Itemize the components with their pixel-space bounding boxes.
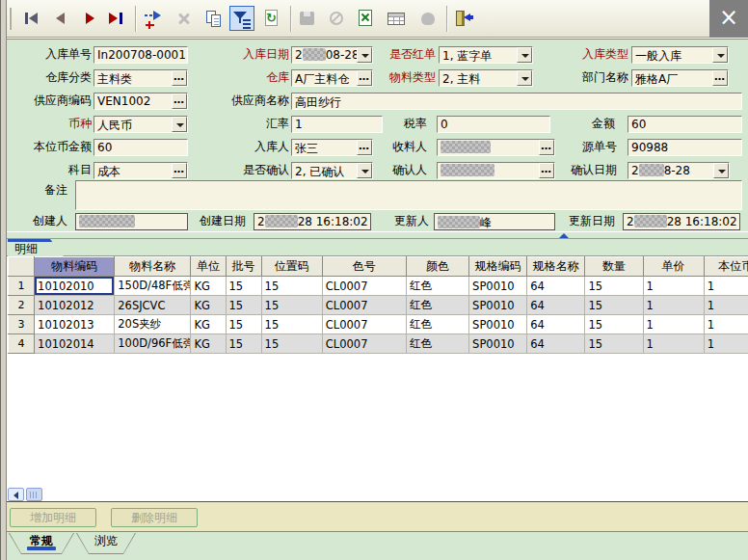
grid-col-header[interactable]: 颜色 bbox=[406, 257, 468, 277]
dropdown-button[interactable] bbox=[357, 47, 372, 63]
field-supplier-name[interactable]: 高田纱行 bbox=[291, 93, 742, 110]
grid-cell[interactable]: 15 bbox=[585, 277, 643, 296]
grid-cell[interactable]: SP0010 bbox=[469, 315, 527, 334]
field-receiver[interactable]: … bbox=[437, 139, 555, 156]
grid-cell[interactable]: 1 bbox=[704, 296, 748, 315]
field-creator[interactable] bbox=[75, 213, 188, 230]
stamp-button[interactable] bbox=[416, 7, 440, 30]
grid-cell[interactable]: 10102012 bbox=[35, 296, 115, 315]
grid-cell[interactable]: 15 bbox=[226, 277, 261, 296]
grid-cell[interactable]: CL0007 bbox=[322, 334, 406, 354]
next-record-button[interactable] bbox=[78, 7, 101, 30]
add-record-button[interactable] bbox=[143, 7, 166, 30]
grid-cell[interactable]: 15 bbox=[261, 315, 322, 334]
grid-cell[interactable]: KG bbox=[191, 296, 226, 315]
grid-cell[interactable]: 1 bbox=[643, 296, 704, 315]
field-amount[interactable]: 60 bbox=[628, 116, 742, 133]
last-record-button[interactable] bbox=[105, 7, 128, 30]
field-remark[interactable] bbox=[75, 180, 742, 210]
grid-cell[interactable]: 10102010 bbox=[35, 277, 115, 296]
grid-cell[interactable]: 64 bbox=[527, 334, 585, 354]
grid-cell[interactable]: KG bbox=[191, 277, 226, 296]
grid-cell[interactable]: 15 bbox=[261, 334, 322, 354]
splitter-bar[interactable] bbox=[7, 231, 748, 239]
grid-cell[interactable]: 15 bbox=[585, 334, 643, 354]
grid-col-header[interactable]: 单位 bbox=[191, 257, 226, 277]
exit-button[interactable] bbox=[452, 7, 475, 30]
field-update-date[interactable]: 228 16:18:02 bbox=[623, 213, 740, 230]
grid-col-header[interactable]: 单价 bbox=[643, 257, 704, 277]
field-warehouse-category[interactable]: 主料类 … bbox=[94, 69, 188, 87]
grid-row-number[interactable]: 2 bbox=[9, 296, 35, 315]
grid-view-button[interactable] bbox=[385, 7, 408, 30]
grid-cell[interactable]: CL0007 bbox=[322, 296, 406, 315]
field-confirmer[interactable]: … bbox=[437, 162, 555, 179]
cancel-button[interactable] bbox=[325, 7, 348, 30]
grid-col-header[interactable]: 数量 bbox=[585, 257, 643, 277]
grid-col-header[interactable]: 规格编码 bbox=[469, 257, 527, 277]
field-department[interactable]: 雅格A厂 … bbox=[631, 69, 729, 87]
grid-cell[interactable]: 红色 bbox=[406, 334, 468, 354]
grid-cell[interactable]: 100D/96F低弹 bbox=[115, 334, 191, 354]
delete-record-button[interactable] bbox=[173, 7, 196, 30]
prev-record-button[interactable] bbox=[49, 7, 72, 30]
field-confirm-status[interactable]: 2, 已确认 bbox=[291, 162, 373, 179]
grid-cell[interactable]: 1 bbox=[643, 315, 704, 334]
field-base-amount[interactable]: 60 bbox=[94, 139, 188, 156]
scroll-left-button[interactable] bbox=[8, 488, 24, 501]
grid-col-header[interactable]: 物料编码 bbox=[35, 257, 115, 277]
grid-cell[interactable]: 64 bbox=[527, 277, 585, 296]
add-detail-button[interactable]: 增加明细 bbox=[10, 508, 96, 527]
grid-row-number[interactable]: 4 bbox=[9, 334, 35, 354]
grid-cell[interactable]: 1 bbox=[643, 277, 704, 296]
grid-col-header[interactable]: 位置码 bbox=[261, 257, 322, 277]
lookup-button[interactable]: … bbox=[539, 163, 554, 178]
grid-cell[interactable]: 20S夹纱 bbox=[115, 315, 191, 334]
scrollbar-thumb[interactable] bbox=[26, 488, 42, 501]
refresh-button[interactable]: ↻ bbox=[260, 7, 283, 30]
grid-cell[interactable]: 15 bbox=[226, 334, 261, 354]
filter-button[interactable] bbox=[229, 6, 254, 31]
grid-cell[interactable]: CL0007 bbox=[322, 315, 406, 334]
field-confirm-date[interactable]: 28-28 bbox=[628, 162, 730, 179]
field-entry-date[interactable]: 208-28 bbox=[291, 46, 373, 64]
tab-general[interactable]: 常规 bbox=[9, 533, 74, 554]
field-tax-rate[interactable]: 0 bbox=[437, 116, 550, 133]
field-exchange-rate[interactable]: 1 bbox=[291, 116, 383, 133]
grid-col-header[interactable]: 物料名称 bbox=[115, 257, 191, 277]
dropdown-button[interactable] bbox=[712, 47, 728, 63]
field-supplier-code[interactable]: VEN1002 … bbox=[94, 93, 188, 110]
grid-cell[interactable]: CL0007 bbox=[322, 277, 406, 296]
field-entry-person[interactable]: 张三 … bbox=[291, 139, 373, 156]
grid-cell[interactable]: 15 bbox=[261, 277, 322, 296]
lookup-button[interactable]: … bbox=[712, 70, 728, 86]
grid-cell[interactable]: 1 bbox=[704, 277, 748, 296]
grid-row-number[interactable]: 1 bbox=[9, 277, 35, 296]
grid-cell[interactable]: SP0010 bbox=[469, 296, 527, 315]
field-material-type[interactable]: 2, 主料 bbox=[439, 69, 533, 87]
grid-cell[interactable]: 150D/48F低弹 bbox=[115, 277, 191, 296]
tab-detail[interactable]: 明细 bbox=[8, 239, 64, 256]
close-button[interactable]: × bbox=[709, 0, 748, 38]
grid-cell[interactable]: 1 bbox=[704, 334, 748, 354]
grid-cell[interactable]: 26SJCVC bbox=[115, 296, 191, 315]
horizontal-scrollbar[interactable] bbox=[7, 488, 748, 502]
lookup-button[interactable]: … bbox=[172, 93, 187, 109]
copy-button[interactable] bbox=[202, 7, 226, 30]
lookup-button[interactable]: … bbox=[539, 140, 554, 155]
grid-cell[interactable]: 15 bbox=[585, 315, 643, 334]
field-entry-type[interactable]: 一般入库 bbox=[631, 46, 729, 64]
grid-col-header[interactable]: 色号 bbox=[322, 257, 406, 277]
splitter-handle-icon[interactable] bbox=[559, 233, 569, 238]
dropdown-button[interactable] bbox=[517, 70, 532, 86]
field-warehouse[interactable]: A厂主料仓 … bbox=[291, 69, 373, 87]
field-is-red[interactable]: 1, 蓝字单 bbox=[439, 46, 533, 64]
grid-cell[interactable]: 1 bbox=[643, 334, 704, 354]
grid-col-header[interactable]: 本位币单价 bbox=[704, 257, 748, 277]
grid-cell[interactable]: SP0010 bbox=[469, 277, 527, 296]
grid-cell[interactable]: 10102014 bbox=[35, 334, 115, 354]
lookup-button[interactable]: … bbox=[172, 70, 187, 86]
grid-col-header[interactable]: 批号 bbox=[226, 257, 261, 277]
grid-corner[interactable] bbox=[9, 257, 35, 277]
field-updater[interactable]: 峰 bbox=[434, 213, 555, 230]
